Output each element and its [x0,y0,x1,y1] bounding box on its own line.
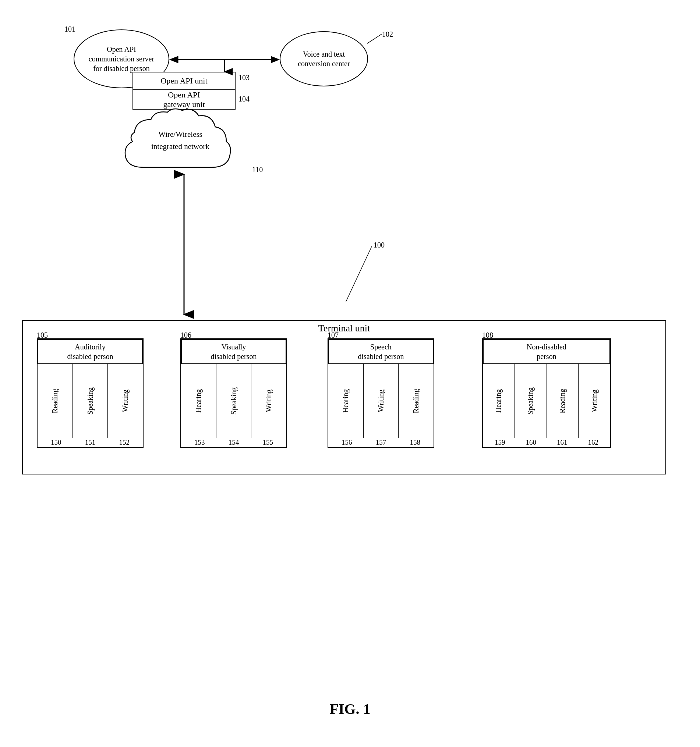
visually-nums: 153 154 155 [181,438,286,447]
speech-col-0: Hearing [328,364,363,438]
auditory-label: Auditorily disabled person [38,339,143,364]
terminal-label: Terminal unit [22,323,666,334]
auditory-col-0: Reading [38,364,73,438]
nondisabled-col-0-label: Hearing [494,389,503,413]
visually-label: Visually disabled person [181,339,286,364]
visually-col-0: Hearing [181,364,216,438]
nondisabled-label: Non-disabled person [483,339,610,364]
nondisabled-col-3: Writing [578,364,610,438]
fig-label: FIG. 1 [0,700,700,718]
visually-col-2-label: Writing [265,390,273,412]
speech-box: Speech disabled person Hearing Writing R… [327,339,434,448]
speech-columns: Hearing Writing Reading [328,364,433,438]
speech-col-1: Writing [363,364,398,438]
speech-col-1-label: Writing [377,390,385,412]
auditory-nums: 150 151 152 [38,438,143,447]
speech-col-0-label: Hearing [341,389,350,413]
ref-100: 100 [374,241,385,250]
diagram: 101 Open API communication server for di… [0,0,700,747]
ref-105: 105 [37,331,48,339]
auditory-col-2-label: Writing [121,390,130,412]
visually-col-1-label: Speaking [230,387,238,414]
speech-col-2: Reading [398,364,433,438]
nondisabled-nums: 159 160 161 162 [483,438,610,447]
speech-col-2-label: Reading [412,389,420,413]
nondisabled-box: Non-disabled person Hearing Speaking Rea… [482,339,611,448]
speech-label: Speech disabled person [328,339,433,364]
visually-columns: Hearing Speaking Writing [181,364,286,438]
nondisabled-col-3-label: Writing [590,390,599,412]
nondisabled-col-1-label: Speaking [526,387,535,414]
nondisabled-col-0: Hearing [483,364,515,438]
ref-106: 106 [180,331,191,339]
ref-108: 108 [482,331,493,339]
auditory-box: Auditorily disabled person Reading Speak… [37,339,144,448]
visually-col-0-label: Hearing [194,389,203,413]
auditory-col-1: Speaking [73,364,108,438]
ref-107: 107 [327,331,339,339]
auditory-columns: Reading Speaking Writing [38,364,143,438]
svg-line-10 [346,246,372,302]
svg-line-9 [367,34,382,44]
auditory-col-0-label: Reading [51,389,59,413]
visually-col-2: Writing [251,364,286,438]
auditory-col-2: Writing [108,364,143,438]
visually-col-1: Speaking [216,364,252,438]
visually-box: Visually disabled person Hearing Speakin… [180,339,287,448]
nondisabled-col-2-label: Reading [558,389,567,413]
nondisabled-columns: Hearing Speaking Reading Writing [483,364,610,438]
auditory-col-1-label: Speaking [86,387,95,414]
arrows-svg [0,0,700,320]
speech-nums: 156 157 158 [328,438,433,447]
nondisabled-col-2: Reading [547,364,579,438]
nondisabled-col-1: Speaking [515,364,547,438]
